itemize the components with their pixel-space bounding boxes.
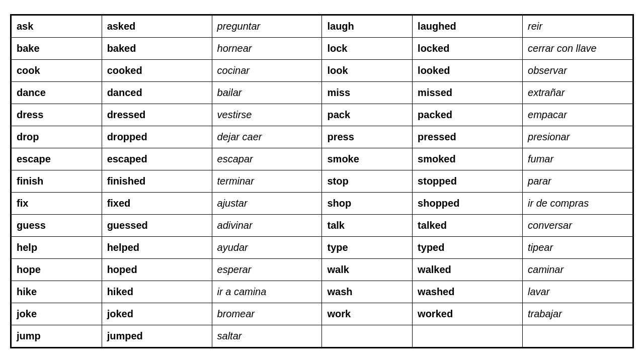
right-translation: extrañar [523, 81, 633, 104]
left-translation: ir a camina [212, 281, 322, 303]
right-past: washed [413, 281, 523, 303]
right-verb: smoke [322, 148, 413, 170]
left-verb: fix [12, 192, 102, 214]
right-verb: shop [322, 192, 413, 214]
right-verb: stop [322, 170, 413, 192]
left-translation: bromear [212, 303, 322, 325]
right-translation: fumar [523, 148, 633, 170]
left-verb: finish [12, 170, 102, 192]
right-past: pressed [413, 126, 523, 148]
left-translation: bailar [212, 81, 322, 104]
left-past: hiked [102, 281, 212, 303]
right-translation: presionar [523, 126, 633, 148]
left-verb: dress [12, 104, 102, 126]
left-translation: vestirse [212, 104, 322, 126]
right-translation: caminar [523, 258, 633, 281]
right-translation: empacar [523, 104, 633, 126]
vocabulary-table: askaskedpreguntarlaughlaughedreirbakebak… [10, 14, 634, 348]
right-translation: observar [523, 59, 633, 81]
left-translation: hornear [212, 37, 322, 59]
left-past: fixed [102, 192, 212, 214]
right-verb: pack [322, 104, 413, 126]
right-verb: work [322, 303, 413, 325]
left-verb: hike [12, 281, 102, 303]
right-verb: laugh [322, 15, 413, 37]
right-verb: type [322, 236, 413, 258]
left-past: escaped [102, 148, 212, 170]
right-past: looked [413, 59, 523, 81]
left-verb: joke [12, 303, 102, 325]
left-verb: jump [12, 325, 102, 347]
left-verb: help [12, 236, 102, 258]
left-translation: esperar [212, 258, 322, 281]
right-translation: tipear [523, 236, 633, 258]
left-past: jumped [102, 325, 212, 347]
right-translation: reir [523, 15, 633, 37]
right-past: stopped [413, 170, 523, 192]
right-translation: cerrar con llave [523, 37, 633, 59]
right-translation [523, 325, 633, 347]
left-past: hoped [102, 258, 212, 281]
left-past: dressed [102, 104, 212, 126]
right-translation: ir de compras [523, 192, 633, 214]
right-verb: wash [322, 281, 413, 303]
left-translation: ajustar [212, 192, 322, 214]
left-past: dropped [102, 126, 212, 148]
right-translation: conversar [523, 214, 633, 236]
left-translation: terminar [212, 170, 322, 192]
left-translation: dejar caer [212, 126, 322, 148]
right-verb [322, 325, 413, 347]
right-past: walked [413, 258, 523, 281]
left-past: cooked [102, 59, 212, 81]
left-translation: cocinar [212, 59, 322, 81]
right-past: shopped [413, 192, 523, 214]
right-verb: miss [322, 81, 413, 104]
left-past: danced [102, 81, 212, 104]
left-verb: escape [12, 148, 102, 170]
left-verb: dance [12, 81, 102, 104]
left-verb: ask [12, 15, 102, 37]
left-past: asked [102, 15, 212, 37]
left-verb: bake [12, 37, 102, 59]
right-verb: press [322, 126, 413, 148]
left-past: joked [102, 303, 212, 325]
right-translation: trabajar [523, 303, 633, 325]
right-past: smoked [413, 148, 523, 170]
left-verb: guess [12, 214, 102, 236]
right-translation: parar [523, 170, 633, 192]
right-past: laughed [413, 15, 523, 37]
left-verb: hope [12, 258, 102, 281]
left-past: guessed [102, 214, 212, 236]
right-past: talked [413, 214, 523, 236]
right-past: packed [413, 104, 523, 126]
left-past: helped [102, 236, 212, 258]
left-translation: preguntar [212, 15, 322, 37]
right-past: locked [413, 37, 523, 59]
right-verb: talk [322, 214, 413, 236]
right-past: worked [413, 303, 523, 325]
right-translation: lavar [523, 281, 633, 303]
right-past: typed [413, 236, 523, 258]
right-past: missed [413, 81, 523, 104]
left-verb: drop [12, 126, 102, 148]
left-past: finished [102, 170, 212, 192]
left-translation: ayudar [212, 236, 322, 258]
right-verb: look [322, 59, 413, 81]
left-verb: cook [12, 59, 102, 81]
left-translation: adivinar [212, 214, 322, 236]
left-past: baked [102, 37, 212, 59]
right-verb: lock [322, 37, 413, 59]
right-past [413, 325, 523, 347]
left-translation: escapar [212, 148, 322, 170]
right-verb: walk [322, 258, 413, 281]
left-translation: saltar [212, 325, 322, 347]
